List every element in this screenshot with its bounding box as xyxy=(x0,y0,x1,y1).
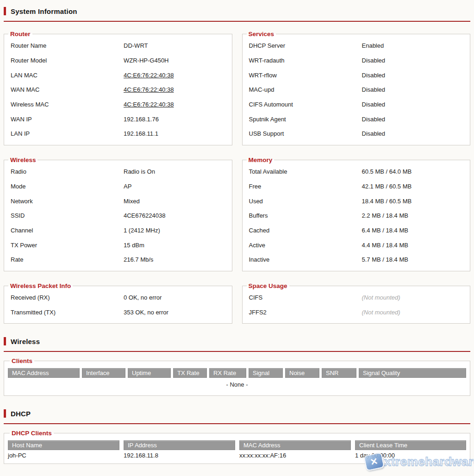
field-value: (Not mounted) xyxy=(362,309,400,316)
dhcp-clients-panel: DHCP Clients Host Name IP Address MAC Ad… xyxy=(4,430,470,464)
info-row: Active4.4 MB / 18.4 MB xyxy=(245,238,466,252)
space-usage-legend: Space Usage xyxy=(247,282,289,289)
field-label: Transmitted (TX) xyxy=(6,309,124,316)
field-value: 15 dBm xyxy=(124,242,144,249)
field-label: Channel xyxy=(6,227,124,234)
section-system-information: System Information xyxy=(4,6,470,22)
section-dhcp: DHCP xyxy=(4,409,470,424)
col-noise: Noise xyxy=(285,368,319,378)
red-bar-icon xyxy=(4,337,6,345)
info-row: JFFS2(Not mounted) xyxy=(245,305,466,319)
field-label: WRT-radauth xyxy=(245,57,362,64)
space-usage-panel: Space Usage CIFS(Not mounted) JFFS2(Not … xyxy=(242,282,471,324)
section-divider xyxy=(4,423,470,424)
field-value: 5.7 MB / 18.4 MB xyxy=(362,256,408,263)
lan-mac-link[interactable]: 4C:E6:76:22:40:38 xyxy=(124,72,174,79)
field-value: Disabled xyxy=(362,101,386,108)
info-row: Router NameDD-WRT xyxy=(6,38,227,53)
info-row: CIFS(Not mounted) xyxy=(245,290,466,305)
field-value: 216.7 Mb/s xyxy=(124,256,153,263)
router-panel: Router Router NameDD-WRT Router ModelWZR… xyxy=(4,31,232,145)
dhcp-client-row: joh-PC 192.168.11.8 xx:xx:xx:xx:AF:16 1 … xyxy=(8,452,466,459)
packet-info-legend: Wireless Packet Info xyxy=(8,282,73,289)
field-value: 192.168.1.76 xyxy=(124,116,159,123)
field-value: Disabled xyxy=(362,116,386,123)
field-label: Total Available xyxy=(245,168,362,175)
col-tx-rate: TX Rate xyxy=(173,368,207,378)
field-value: 353 OK, no error xyxy=(124,309,168,316)
field-value: Disabled xyxy=(362,86,386,93)
field-label: WRT-rflow xyxy=(245,72,362,79)
wireless-mac-link[interactable]: 4C:E6:76:22:40:38 xyxy=(124,101,174,108)
col-uptime: Uptime xyxy=(128,368,171,378)
info-row: Cached6.4 MB / 18.4 MB xyxy=(245,223,466,238)
info-row: NetworkMixed xyxy=(6,194,227,208)
field-label: Active xyxy=(245,242,362,249)
wireless-section-title: Wireless xyxy=(11,338,40,345)
field-value: 42.1 MB / 60.5 MB xyxy=(362,183,412,190)
services-panel: Services DHCP ServerEnabled WRT-radauthD… xyxy=(242,31,471,145)
field-value: AP xyxy=(124,183,131,190)
field-value: 2.2 MB / 18.4 MB xyxy=(362,212,408,219)
services-legend: Services xyxy=(247,31,276,38)
field-label: Mode xyxy=(6,183,124,190)
clients-legend: Clients xyxy=(10,357,34,364)
info-row: TX Power15 dBm xyxy=(6,238,227,252)
dhcp-lease-time: 1 day 00:00:00 xyxy=(355,452,466,459)
info-row: Total Available60.5 MB / 64.0 MB xyxy=(245,164,466,179)
field-label: CIFS xyxy=(245,294,362,301)
info-row: Buffers2.2 MB / 18.4 MB xyxy=(245,208,466,223)
field-value: 6.4 MB / 18.4 MB xyxy=(362,227,408,234)
field-value: 1 (2412 MHz) xyxy=(124,227,160,234)
dhcp-clients-legend: DHCP Clients xyxy=(10,430,54,437)
field-label: Router Model xyxy=(6,57,124,64)
col-host-name: Host Name xyxy=(8,440,119,450)
field-label: Buffers xyxy=(245,212,362,219)
info-row: LAN IP192.168.11.1 xyxy=(6,126,227,141)
col-mac-address: MAC Address xyxy=(239,440,351,450)
system-info-page: System Information Router Router NameDD-… xyxy=(0,0,474,464)
col-interface: Interface xyxy=(82,368,125,378)
section-divider xyxy=(4,21,470,22)
wireless-legend: Wireless xyxy=(8,157,37,163)
field-value: Mixed xyxy=(124,198,140,205)
info-row: RadioRadio is On xyxy=(6,164,227,179)
field-value: WZR-HP-G450H xyxy=(124,57,169,64)
field-label: Sputnik Agent xyxy=(245,116,362,123)
info-row: Free42.1 MB / 60.5 MB xyxy=(245,179,466,194)
packet-info-panel: Wireless Packet Info Received (RX)0 OK, … xyxy=(4,282,232,324)
info-row: Wireless MAC4C:E6:76:22:40:38 xyxy=(6,97,227,112)
info-row: Received (RX)0 OK, no error xyxy=(6,290,227,305)
field-label: Router Name xyxy=(6,42,124,49)
field-label: Inactive xyxy=(245,256,362,263)
col-mac-address: MAC Address xyxy=(8,368,80,378)
col-client-lease-time: Client Lease Time xyxy=(355,440,466,450)
col-ip-address: IP Address xyxy=(124,440,235,450)
info-row: Rate216.7 Mb/s xyxy=(6,252,227,267)
clients-empty-message: - None - xyxy=(8,381,466,388)
router-legend: Router xyxy=(8,31,32,38)
col-rx-rate: RX Rate xyxy=(209,368,246,378)
field-value: 4.4 MB / 18.4 MB xyxy=(362,242,408,249)
page-title: System Information xyxy=(11,7,77,15)
info-row: USB SupportDisabled xyxy=(245,126,466,141)
section-wireless: Wireless xyxy=(4,337,470,352)
info-row: WAN IP192.168.1.76 xyxy=(6,112,227,126)
clients-panel: Clients MAC Address Interface Uptime TX … xyxy=(4,357,470,396)
field-value: 4CE676224038 xyxy=(124,212,165,219)
dhcp-table-header: Host Name IP Address MAC Address Client … xyxy=(8,440,466,450)
field-label: Radio xyxy=(6,168,124,175)
info-row: Inactive5.7 MB / 18.4 MB xyxy=(245,252,466,267)
clients-table-header: MAC Address Interface Uptime TX Rate RX … xyxy=(8,368,466,378)
dhcp-mac-address: xx:xx:xx:xx:AF:16 xyxy=(239,452,351,459)
dhcp-section-title: DHCP xyxy=(11,410,31,418)
memory-panel: Memory Total Available60.5 MB / 64.0 MB … xyxy=(242,157,471,271)
field-label: Received (RX) xyxy=(6,294,124,301)
info-row: WAN MAC4C:E6:76:22:40:38 xyxy=(6,82,227,97)
wan-mac-link[interactable]: 4C:E6:76:22:40:38 xyxy=(124,86,174,93)
field-value: 0 OK, no error xyxy=(124,294,162,301)
field-value: Disabled xyxy=(362,72,386,79)
field-value: 18.4 MB / 60.5 MB xyxy=(362,198,412,205)
field-value: Disabled xyxy=(362,130,386,137)
field-label: LAN MAC xyxy=(6,72,124,79)
